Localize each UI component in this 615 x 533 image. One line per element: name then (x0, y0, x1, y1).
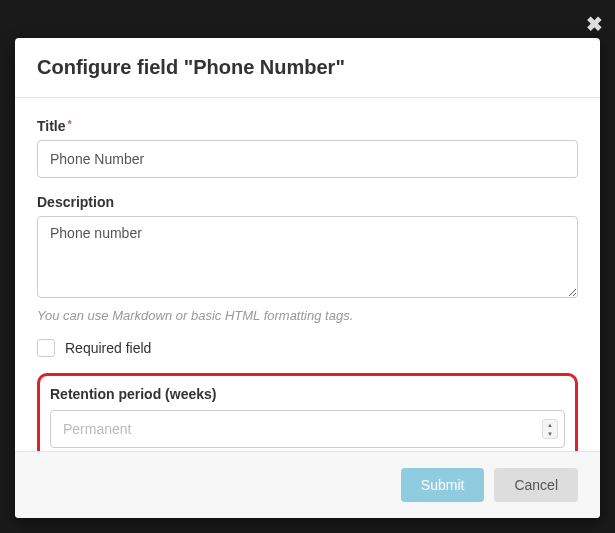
modal-body: Title* Description Phone number You can … (15, 98, 600, 451)
modal: Configure field "Phone Number" Title* De… (15, 38, 600, 518)
spinner-up-icon[interactable]: ▲ (543, 420, 557, 429)
retention-input[interactable]: Permanent ▲ ▼ (50, 410, 565, 448)
required-group: Required field (37, 339, 578, 357)
title-label-text: Title (37, 118, 66, 134)
spinner-controls: ▲ ▼ (542, 419, 558, 439)
description-textarea[interactable]: Phone number (37, 216, 578, 298)
modal-title: Configure field "Phone Number" (37, 56, 578, 79)
spinner-down-icon[interactable]: ▼ (543, 429, 557, 438)
description-group: Description Phone number You can use Mar… (37, 194, 578, 323)
submit-button[interactable]: Submit (401, 468, 485, 502)
description-help: You can use Markdown or basic HTML forma… (37, 308, 578, 323)
required-checkbox[interactable] (37, 339, 55, 357)
required-label: Required field (65, 340, 151, 356)
title-label: Title* (37, 118, 578, 134)
close-icon[interactable]: ✖ (586, 12, 603, 36)
cancel-button[interactable]: Cancel (494, 468, 578, 502)
modal-header: Configure field "Phone Number" (15, 38, 600, 98)
required-indicator-icon: * (68, 118, 72, 130)
retention-placeholder: Permanent (63, 421, 552, 437)
description-label: Description (37, 194, 578, 210)
modal-footer: Submit Cancel (15, 451, 600, 518)
title-group: Title* (37, 118, 578, 178)
retention-label: Retention period (weeks) (50, 386, 565, 402)
title-input[interactable] (37, 140, 578, 178)
retention-highlight: Retention period (weeks) Permanent ▲ ▼ (37, 373, 578, 451)
